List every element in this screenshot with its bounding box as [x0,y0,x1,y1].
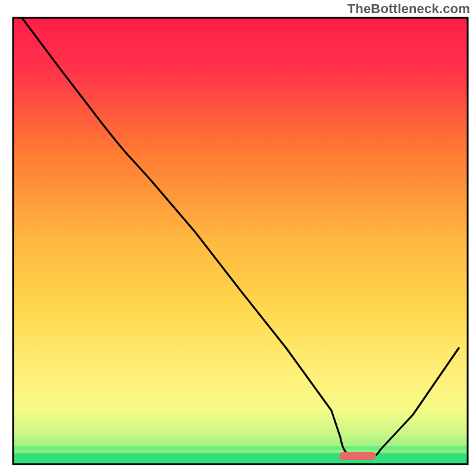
watermark-text: TheBottleneck.com [347,1,470,17]
green-stripe-1 [13,446,468,450]
green-floor-band [13,453,468,464]
gradient-background [13,18,468,464]
bottleneck-chart: TheBottleneck.com [0,0,476,476]
optimal-marker [339,452,376,460]
chart-svg [0,0,476,476]
green-stripe-2 [13,443,468,446]
